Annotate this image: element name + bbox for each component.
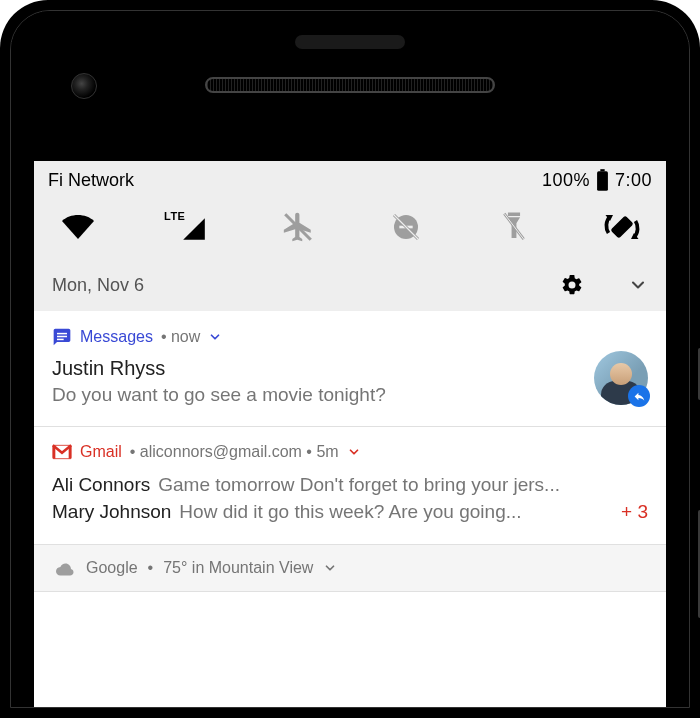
quick-settings-panel: Fi Network 100% 7:00 <box>34 161 666 311</box>
notification-list: Messages • now Justin Rhyss Do you want … <box>34 311 666 592</box>
auto-rotate-toggle[interactable] <box>604 209 640 245</box>
email-sender: Ali Connors <box>52 471 150 499</box>
phone-top-bezel <box>11 11 689 161</box>
airplane-mode-toggle[interactable] <box>280 209 316 245</box>
quick-settings-toggles: LTE <box>34 195 666 263</box>
weather-summary: 75° in Mountain View <box>163 559 313 577</box>
phone-earpiece <box>205 77 495 93</box>
notification-header: Messages • now <box>52 327 648 347</box>
cellular-toggle[interactable]: LTE <box>168 212 208 242</box>
phone-sensor-slot <box>295 35 405 49</box>
email-preview: How did it go this week? Are you going..… <box>179 498 521 526</box>
expand-notification-icon[interactable] <box>208 330 222 344</box>
expand-panel-icon[interactable] <box>628 275 648 295</box>
expand-notification-icon[interactable] <box>323 561 337 575</box>
date-label: Mon, Nov 6 <box>52 275 144 296</box>
cellular-network-label: LTE <box>164 210 185 222</box>
cloud-icon <box>52 559 76 577</box>
notification-weather[interactable]: Google • 75° in Mountain View <box>34 545 666 592</box>
settings-icon[interactable] <box>560 273 584 297</box>
svg-rect-12 <box>57 333 67 335</box>
status-bar: Fi Network 100% 7:00 <box>34 161 666 195</box>
flashlight-toggle[interactable] <box>496 209 532 245</box>
email-preview: Game tomorrow Don't forget to bring your… <box>158 471 560 499</box>
notification-messages[interactable]: Messages • now Justin Rhyss Do you want … <box>34 311 666 427</box>
svg-rect-0 <box>600 169 604 171</box>
notification-meta: • now <box>161 328 200 346</box>
email-previews: Ali Connors Game tomorrow Don't forget t… <box>52 471 648 526</box>
messages-app-icon <box>52 327 72 347</box>
battery-icon <box>596 169 609 191</box>
phone-frame: Fi Network 100% 7:00 <box>0 0 700 718</box>
notification-header: Gmail • aliconnors@gmail.com • 5m <box>52 443 648 461</box>
wifi-toggle[interactable] <box>60 209 96 245</box>
do-not-disturb-toggle[interactable] <box>388 209 424 245</box>
app-name: Gmail <box>80 443 122 461</box>
flashlight-off-icon <box>499 210 529 244</box>
carrier-label: Fi Network <box>48 170 134 191</box>
phone-camera <box>71 73 97 99</box>
svg-rect-14 <box>57 339 64 341</box>
battery-percent: 100% <box>542 170 590 191</box>
notification-gmail[interactable]: Gmail • aliconnors@gmail.com • 5m Ali Co… <box>34 427 666 545</box>
svg-rect-17 <box>69 445 72 458</box>
app-name: Messages <box>80 328 153 346</box>
email-preview-row: Ali Connors Game tomorrow Don't forget t… <box>52 471 648 499</box>
sender-avatar-group <box>594 351 648 405</box>
reply-icon <box>633 390 646 403</box>
svg-rect-9 <box>610 215 633 238</box>
phone-bezel: Fi Network 100% 7:00 <box>10 10 690 708</box>
svg-rect-13 <box>57 336 67 338</box>
svg-rect-1 <box>597 171 608 191</box>
svg-rect-16 <box>53 445 56 458</box>
reply-button[interactable] <box>628 385 650 407</box>
notification-meta: • aliconnors@gmail.com • 5m <box>130 443 339 461</box>
email-preview-row: Mary Johnson How did it go this week? Ar… <box>52 498 648 526</box>
airplane-off-icon <box>281 210 315 244</box>
screen: Fi Network 100% 7:00 <box>34 161 666 707</box>
weather-service: Google <box>86 559 138 577</box>
notification-title: Justin Rhyss <box>52 357 648 380</box>
gmail-app-icon <box>52 444 72 460</box>
email-sender: Mary Johnson <box>52 498 171 526</box>
separator: • <box>148 559 154 577</box>
dnd-off-icon <box>390 211 422 243</box>
quick-settings-footer: Mon, Nov 6 <box>34 263 666 311</box>
additional-count: + 3 <box>609 498 648 526</box>
clock: 7:00 <box>615 170 652 191</box>
expand-notification-icon[interactable] <box>347 445 361 459</box>
wifi-icon <box>60 213 96 241</box>
auto-rotate-icon <box>604 209 640 245</box>
notification-text: Do you want to go see a movie tonight? <box>52 382 648 408</box>
